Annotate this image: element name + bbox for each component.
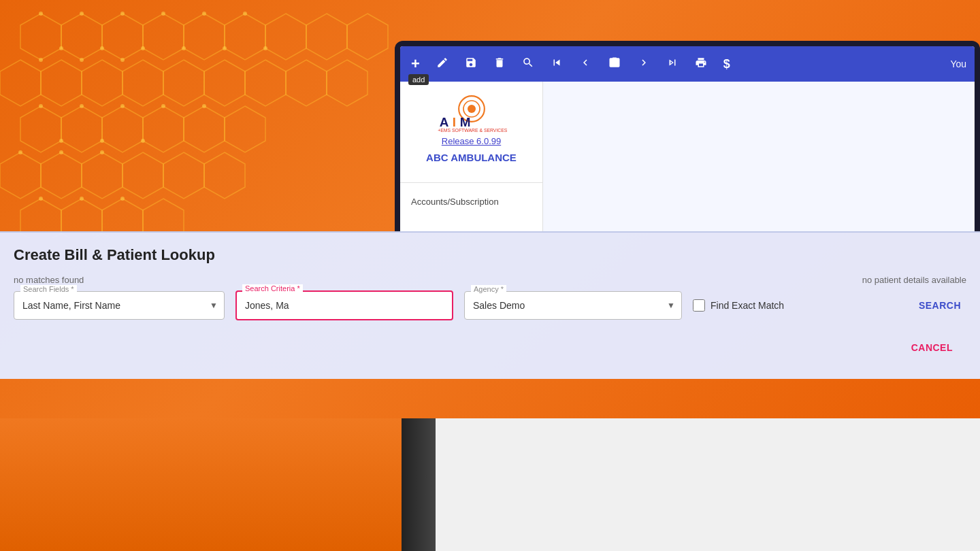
lower-section	[0, 418, 980, 551]
dialog-overlay: Create Bill & Patient Lookup no matches …	[0, 231, 980, 379]
dialog-status-row: no matches found no patient details avai…	[0, 275, 980, 285]
add-tooltip: add	[408, 74, 429, 85]
user-label[interactable]: You	[950, 59, 966, 69]
main-area	[543, 82, 975, 231]
add-icon[interactable]: + add	[408, 52, 423, 76]
logo-area: A I M +EMS SOFTWARE & SERVICES Release 6…	[400, 93, 542, 174]
search-criteria-field: Search Criteria *	[235, 290, 453, 320]
search-criteria-input[interactable]	[235, 290, 453, 320]
agency-label: Agency *	[471, 285, 506, 293]
prev-record-icon[interactable]	[576, 54, 594, 75]
company-name: ABC AMBULANCE	[411, 152, 532, 163]
find-exact-match-label[interactable]: Find Exact Match	[693, 299, 902, 312]
svg-text:A: A	[439, 115, 448, 129]
no-patient-details-status: no patient details available	[862, 275, 966, 285]
lower-orange-left	[0, 418, 402, 551]
cancel-button[interactable]: CANCEL	[906, 337, 966, 358]
svg-text:+EMS SOFTWARE & SERVICES: +EMS SOFTWARE & SERVICES	[438, 128, 508, 133]
edit-icon[interactable]	[434, 54, 451, 75]
search-criteria-label: Search Criteria *	[242, 284, 303, 293]
laptop-frame: + add	[395, 41, 980, 231]
sidebar: A I M +EMS SOFTWARE & SERVICES Release 6…	[400, 82, 543, 231]
svg-text:M: M	[459, 115, 470, 129]
search-icon[interactable]	[519, 54, 537, 75]
app-content: A I M +EMS SOFTWARE & SERVICES Release 6…	[400, 82, 975, 231]
next-record-icon[interactable]	[635, 54, 653, 75]
no-matches-status: no matches found	[14, 275, 84, 285]
dollar-icon[interactable]: $	[721, 54, 733, 74]
agency-field: Agency * Sales Demo ABC Ambulance Test A…	[464, 291, 682, 320]
search-button[interactable]: SEARCH	[913, 295, 966, 316]
first-record-icon[interactable]	[548, 54, 566, 75]
save-icon[interactable]	[462, 54, 480, 75]
aim-logo: A I M +EMS SOFTWARE & SERVICES	[431, 93, 512, 133]
dialog-actions: CANCEL	[0, 331, 980, 358]
camera-icon[interactable]	[605, 53, 624, 76]
dialog-title: Create Bill & Patient Lookup	[0, 246, 980, 275]
sidebar-divider	[400, 182, 542, 183]
find-exact-match-text: Find Exact Match	[710, 300, 784, 311]
print-icon[interactable]	[692, 54, 710, 75]
svg-text:I: I	[452, 115, 455, 129]
search-fields-select[interactable]: Last Name, First Name First Name, Last N…	[14, 291, 225, 320]
release-link[interactable]: Release 6.0.99	[411, 136, 532, 146]
search-fields-field: Search Fields * Last Name, First Name Fi…	[14, 291, 225, 320]
lower-white-right	[436, 418, 980, 551]
agency-select[interactable]: Sales Demo ABC Ambulance Test Agency	[464, 291, 682, 320]
toolbar: + add	[400, 46, 975, 82]
dialog-form-row: Search Fields * Last Name, First Name Fi…	[0, 290, 980, 320]
laptop-screen: + add	[400, 46, 975, 231]
search-fields-label: Search Fields *	[20, 285, 77, 293]
sidebar-item-accounts[interactable]: Accounts/Subscription	[400, 191, 542, 212]
delete-icon[interactable]	[491, 54, 508, 75]
svg-point-65	[468, 105, 476, 113]
lower-black-divider	[402, 418, 436, 551]
last-record-icon[interactable]	[664, 54, 681, 75]
find-exact-match-checkbox[interactable]	[693, 299, 705, 312]
